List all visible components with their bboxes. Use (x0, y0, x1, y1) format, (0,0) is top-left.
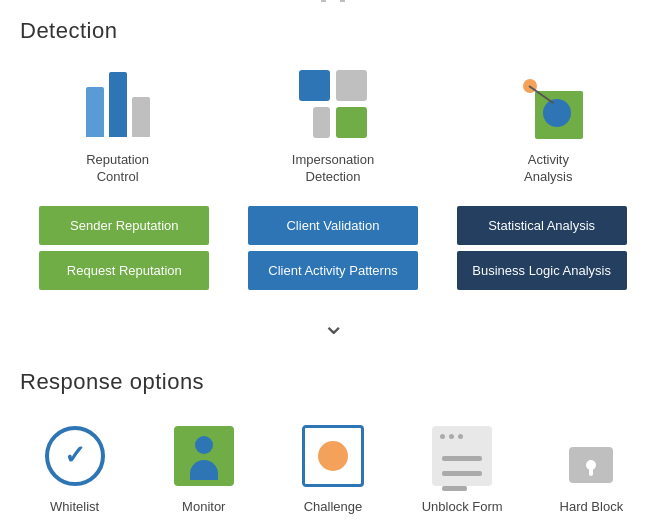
activity-analysis-label: Activity Analysis (524, 152, 572, 186)
challenge-inner-circle (318, 441, 348, 471)
imp-sq-1 (299, 70, 330, 101)
whitelist-circle: ✓ (45, 426, 105, 486)
client-validation-button[interactable]: Client Validation (248, 206, 418, 245)
imp-sq-3 (313, 107, 330, 138)
challenge-graphic (298, 421, 368, 491)
response-title: Response options (10, 351, 656, 405)
business-logic-analysis-button[interactable]: Business Logic Analysis (457, 251, 627, 290)
statistical-analysis-button[interactable]: Statistical Analysis (457, 206, 627, 245)
lock-shackle (321, 0, 345, 2)
detection-title: Detection (10, 0, 656, 54)
form-line-3 (442, 486, 467, 491)
challenge-label: Challenge (304, 499, 363, 514)
monitor-graphic (169, 421, 239, 491)
impersonation-detection-label: Impersonation Detection (292, 152, 374, 186)
imp-sq-4 (336, 107, 367, 138)
reputation-control-icon-item: Reputation Control (58, 64, 178, 186)
impersonation-squares (299, 70, 367, 138)
hard-block-item: Hard Block (541, 421, 641, 514)
unblock-form-label: Unblock Form (422, 499, 503, 514)
rep-bar-2 (109, 72, 127, 137)
form-line-1 (442, 456, 482, 461)
lock-keyhole-icon (586, 460, 596, 470)
unblock-form-item: Unblock Form (412, 421, 512, 514)
lock-wrapper (569, 429, 613, 483)
unblock-bg (432, 426, 492, 486)
monitor-head (195, 436, 213, 454)
rep-bar-3 (132, 97, 150, 137)
impersonation-detection-icon-item: Impersonation Detection (273, 64, 393, 186)
reputation-bars (86, 72, 150, 137)
dot-1 (440, 434, 445, 439)
impersonation-detection-graphic (293, 64, 373, 144)
client-activity-patterns-button[interactable]: Client Activity Patterns (248, 251, 418, 290)
response-section: Response options ✓ Whitelist Monitor (0, 351, 666, 522)
whitelist-check-icon: ✓ (64, 440, 86, 471)
dot-3 (458, 434, 463, 439)
rep-bar-1 (86, 87, 104, 137)
sender-reputation-button[interactable]: Sender Reputation (39, 206, 209, 245)
imp-sq-2 (336, 70, 367, 101)
request-reputation-button[interactable]: Request Reputation (39, 251, 209, 290)
monitor-label: Monitor (182, 499, 225, 514)
lock-body (569, 447, 613, 483)
whitelist-item: ✓ Whitelist (25, 421, 125, 514)
down-chevron-icon: ⌄ (322, 308, 345, 341)
reputation-control-graphic (78, 64, 158, 144)
unblock-form-graphic (427, 421, 497, 491)
detection-section: Detection Reputation Control (0, 0, 666, 290)
hard-block-graphic (556, 421, 626, 491)
buttons-container: Sender Reputation Request Reputation Cli… (10, 206, 656, 290)
challenge-item: Challenge (283, 421, 383, 514)
unblock-form-lines (442, 450, 482, 491)
client-btn-group: Client Validation Client Activity Patter… (248, 206, 418, 290)
chevron-row: ⌄ (0, 290, 666, 351)
activity-analysis-graphic (508, 64, 588, 144)
dot-2 (449, 434, 454, 439)
whitelist-label: Whitelist (50, 499, 99, 514)
activity-analysis-icon-item: Activity Analysis (488, 64, 608, 186)
monitor-body (190, 460, 218, 480)
hard-block-label: Hard Block (560, 499, 624, 514)
detection-icons-row: Reputation Control Impersonation Detecti… (10, 54, 656, 202)
monitor-bg (174, 426, 234, 486)
reputation-btn-group: Sender Reputation Request Reputation (39, 206, 209, 290)
whitelist-graphic: ✓ (40, 421, 110, 491)
challenge-outer (302, 425, 364, 487)
unblock-dots (440, 434, 463, 439)
response-icons-row: ✓ Whitelist Monitor Challenge (10, 405, 656, 522)
form-line-2 (442, 471, 482, 476)
reputation-control-label: Reputation Control (86, 152, 149, 186)
activity-icon-shape (513, 69, 583, 139)
analysis-btn-group: Statistical Analysis Business Logic Anal… (457, 206, 627, 290)
monitor-item: Monitor (154, 421, 254, 514)
